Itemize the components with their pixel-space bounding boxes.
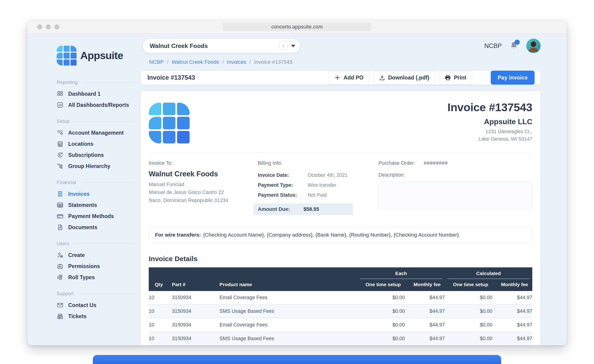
breadcrumb-separator: / [250,59,251,65]
bill-to-contact: Manuel Funciad [149,181,258,188]
sidebar-item-group-hierarchy[interactable]: Group Hierarchy [57,161,134,172]
sidebar-item-statements[interactable]: Statements [57,200,134,211]
document-icon [57,224,64,231]
description-field[interactable] [378,182,532,209]
table-row[interactable]: 10 3150934 Email Coverage Fees $0.00 $44… [149,291,532,305]
bill-to-city: Naco, Dominican Repopublic 01234 [149,196,258,204]
sidebar-item-label: Tickets [68,313,87,319]
breadcrumb-link-invoices[interactable]: Invoices [227,59,246,65]
svg-text:$: $ [59,153,61,157]
breadcrumb-link-ncbp[interactable]: NCBP [149,59,164,65]
toolbar-invoice-title: Invoice #137543 [147,74,195,81]
sidebar-item-label: Permissions [68,263,100,269]
wire-transfer-note-title: For wire transfers: [155,232,201,238]
sidebar-item-documents[interactable]: Documents [57,222,134,233]
sidebar-item-roll-types[interactable]: Roll Types [57,272,134,283]
group-header-calculated: Calculated [448,267,529,279]
credit-card-icon [57,213,64,220]
sidebar-item-create-user[interactable]: Create [57,250,134,261]
section-label: Reporting [57,79,78,85]
window-controls[interactable] [37,24,59,29]
receipt-icon [57,190,64,197]
reports-icon [57,102,64,108]
subscription-renew-icon: $ [57,151,64,158]
download-pdf-button[interactable]: Download (.pdf) [373,71,435,84]
col-each-monthly: Monthly fee [405,279,445,291]
sidebar-item-label: Payment Methods [68,213,114,219]
pay-invoice-button[interactable]: Pay invoice [491,71,535,84]
group-header-each: Each [360,267,442,279]
sidebar-item-label: Documents [68,224,97,231]
billing-info-block: Billing Info: Invoice Date: October 4th,… [258,160,378,215]
issuer-company-name: Appsuite LLC [447,117,532,126]
badge-key-icon [57,263,64,270]
notification-dot [515,40,520,45]
sidebar-item-account-management[interactable]: Account Management [57,127,134,138]
window-dot[interactable] [37,24,42,29]
table-row[interactable]: 10 3150934 SMS Usage Based Fees $0.00 $4… [149,332,532,345]
col-calc-monthly: Monthly fee [492,279,532,291]
sidebar-item-label: Dashboard 1 [68,91,101,97]
sidebar-item-label: Create [68,252,85,258]
window-dot[interactable] [54,24,59,29]
sidebar-item-subscriptions[interactable]: $ Subscriptions [57,150,134,161]
browser-chrome: concerto.appsuite.com [27,20,567,34]
billing-info-label: Billing Info: [258,160,378,166]
bill-to-block: Invoice To: Walnut Creek Foods Manuel Fu… [149,160,258,215]
sidebar-item-invoices[interactable]: Invoices [57,188,134,200]
amount-due-row: Amount Due: $58.55 [254,203,353,215]
printer-icon [445,74,451,81]
breadcrumb: NCBP / Walnut Creek Foods / Invoices / I… [149,59,541,65]
sidebar-item-label: Subscriptions [68,152,104,158]
user-plus-icon [57,252,64,259]
sidebar-item-permissions[interactable]: Permissions [57,261,134,272]
table-row[interactable]: 10 3150934 SMS Usage Based Fees $0.00 $4… [149,305,532,318]
account-management-icon [57,129,64,136]
wire-transfer-note-text: {Checking Account Name}, {Company addres… [203,232,459,238]
sidebar-item-locations[interactable]: Locations [57,138,134,150]
sidebar-item-payment-methods[interactable]: Payment Methods [57,211,134,222]
slash-shortcut-badge: / [279,42,288,50]
address-bar[interactable]: concerto.appsuite.com [223,22,371,31]
window-dot[interactable] [46,24,51,29]
section-label: Financial [57,180,76,185]
breadcrumb-separator: / [167,59,169,65]
hierarchy-icon [57,163,64,170]
bill-to-street: Manuel de Jesus Goico Castro 22 [149,188,258,196]
invoice-toolbar: Invoice #137543 Add PO Download (.pdf) P… [140,71,541,84]
sidebar-item-contact-us[interactable]: Contact Us [57,299,134,311]
avatar[interactable] [526,39,541,53]
section-divider [82,82,134,83]
col-qty: Qty [149,279,172,291]
brand[interactable]: Appsuite [57,46,134,65]
payment-status-value: Not Paid [308,190,327,200]
col-part: Part # [172,279,220,291]
add-po-button[interactable]: Add PO [328,71,369,84]
bill-to-name: Walnut Creek Foods [149,170,258,178]
breadcrumb-current: Invoice #137543 [254,59,292,65]
sidebar-section-reporting: Reporting Dashboard 1 All Dashboards/Rep… [57,79,134,110]
purchase-order-value: ######## [424,160,448,166]
description-label: Description: [378,172,532,178]
sidebar-item-dashboard-1[interactable]: Dashboard 1 [57,88,134,99]
col-product: Product name [220,279,357,291]
invoice-details-heading: Invoice Details [149,255,532,263]
sidebar-item-all-dashboards[interactable]: All Dashboards/Reports [57,99,134,110]
download-icon [379,74,385,81]
sidebar-section-users: Users Create Permissions Roll Types [57,241,134,283]
table-row[interactable]: 10 3150934 Email Coverage Fees $0.00 $44… [149,318,532,332]
sidebar-item-label: All Dashboards/Reports [68,102,129,108]
sidebar-section-support: Support Contact Us Tickets [57,291,134,322]
sidebar-item-tickets[interactable]: Tickets [57,311,134,322]
caret-down-icon[interactable] [291,45,295,47]
amount-due-value: $58.55 [304,206,319,212]
bill-to-label: Invoice To: [149,160,258,166]
notifications-button[interactable] [509,40,519,51]
invoice-number-title: Invoice #137543 [447,101,532,114]
account-selector-value: Walnut Creek Foods [150,42,279,50]
account-selector[interactable]: Walnut Creek Foods / [143,39,300,53]
breadcrumb-link-walnut-creek-foods[interactable]: Walnut Creek Foods [172,59,219,65]
storefront-icon [57,140,64,147]
print-button[interactable]: Print [439,71,472,84]
section-label: Setup [57,118,69,124]
